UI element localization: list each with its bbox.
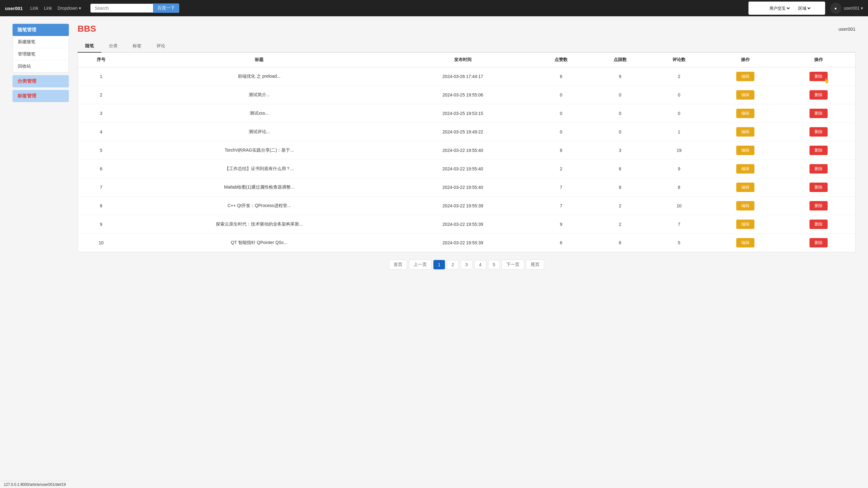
table-row: 9 探索云原生时代：技术驱动的业务架构革新... 2024-03-22 19:5…: [78, 215, 855, 234]
cell-edit: 编辑: [709, 67, 782, 86]
delete-button[interactable]: 删除: [809, 238, 828, 248]
cell-likes: 9: [532, 215, 591, 234]
navbar-link-2[interactable]: Link: [44, 6, 52, 11]
cell-id: 3: [78, 104, 125, 123]
cell-edit: 编辑: [709, 215, 782, 234]
navbar-dropdown[interactable]: Dropdown ▾: [58, 6, 81, 11]
cell-comments: 8: [650, 178, 709, 197]
tabs: 随笔 分类 标签 评论: [78, 40, 856, 53]
toolbar-group: 选项 ▷ 用户交互 | 区域 暂停 F7: [748, 2, 825, 15]
cell-dislikes: 3: [591, 141, 650, 160]
cell-id: 9: [78, 215, 125, 234]
cell-comments: 5: [650, 234, 709, 252]
table-header-row: 序号 标题 发布时间 点赞数 点踩数 评论数 操作 操作: [78, 53, 855, 67]
pagination-page-3[interactable]: 3: [461, 260, 472, 269]
delete-button[interactable]: 删除: [809, 164, 828, 174]
edit-button[interactable]: 编辑: [736, 164, 754, 174]
edit-button[interactable]: 编辑: [736, 72, 754, 81]
pagination-page-4[interactable]: 4: [474, 260, 486, 269]
cell-title: 测试简介...: [125, 86, 394, 104]
table-row: 10 QT 智能指针 QPointer QSc... 2024-03-22 19…: [78, 234, 855, 252]
cell-comments: 9: [650, 160, 709, 178]
search-button[interactable]: 百度一下: [153, 3, 179, 13]
delete-button[interactable]: 删除: [809, 182, 828, 192]
table-row: 6 【工作总结】证书到底有什么用？... 2024-03-22 19:55:40…: [78, 160, 855, 178]
toolbar-interaction-select[interactable]: 用户交互: [768, 6, 791, 11]
cell-comments: 1: [650, 123, 709, 141]
pagination-next[interactable]: 下一页: [502, 260, 524, 270]
toolbar-divider: |: [793, 6, 795, 11]
edit-button[interactable]: 编辑: [736, 182, 754, 192]
cell-dislikes: 9: [591, 67, 650, 86]
cell-likes: 0: [532, 86, 591, 104]
pagination-first[interactable]: 首页: [389, 260, 407, 270]
toolbar-area-select[interactable]: 区域: [797, 6, 811, 11]
sidebar-tag-management[interactable]: 标签管理: [12, 90, 69, 102]
sidebar-item-new-note[interactable]: 新建随笔: [13, 36, 68, 48]
delete-button[interactable]: 删除: [809, 127, 828, 137]
sidebar-item-manage-notes[interactable]: 管理随笔: [13, 48, 68, 60]
cell-date: 2024-03-26 17:44:17: [394, 67, 532, 86]
edit-button[interactable]: 编辑: [736, 220, 754, 229]
cell-delete: 删除: [782, 178, 855, 197]
cell-likes: 6: [532, 234, 591, 252]
delete-button[interactable]: 删除: [809, 90, 828, 99]
tab-pinglun[interactable]: 评论: [149, 40, 173, 53]
cell-comments: 0: [650, 104, 709, 123]
cell-title: C++ Qt开发：QProcess进程管...: [125, 197, 394, 215]
table-row: 8 C++ Qt开发：QProcess进程管... 2024-03-22 19:…: [78, 197, 855, 215]
cell-date: 2024-03-22 19:55:40: [394, 160, 532, 178]
cell-id: 1: [78, 67, 125, 86]
delete-button[interactable]: 删除: [809, 72, 828, 81]
cell-id: 7: [78, 178, 125, 197]
search-box: 百度一下: [90, 3, 179, 13]
user-menu[interactable]: user001 ▾: [844, 6, 863, 11]
pagination-page-5[interactable]: 5: [488, 260, 500, 269]
cell-likes: 7: [532, 178, 591, 197]
cell-delete: 删除: [782, 215, 855, 234]
table-row: 7 Matlab绘图(1)通过属性检查器调整... 2024-03-22 19:…: [78, 178, 855, 197]
navbar-link-1[interactable]: Link: [30, 6, 38, 11]
cell-delete: 删除: [782, 104, 855, 123]
col-id: 序号: [78, 53, 125, 67]
sidebar-header-notes[interactable]: 随笔管理: [12, 24, 69, 36]
delete-button[interactable]: 删除: [809, 220, 828, 229]
search-input[interactable]: [90, 4, 153, 12]
cell-likes: 0: [532, 104, 591, 123]
edit-button[interactable]: 编辑: [736, 127, 754, 137]
navbar-right: 选项 ▷ 用户交互 | 区域 暂停 F7 ● user001 ▾: [748, 2, 863, 15]
edit-button[interactable]: 编辑: [736, 146, 754, 155]
cell-date: 2024-03-22 19:55:40: [394, 141, 532, 160]
avatar[interactable]: ●: [830, 2, 841, 14]
sidebar-items-notes: 新建随笔 管理随笔 回收站: [12, 36, 69, 73]
delete-button[interactable]: 删除: [809, 201, 828, 210]
status-bar: 127.0.0.1:8000/article/user001/del/19: [0, 481, 69, 488]
table-row: 3 测试xss... 2024-03-25 19:53:15 0 0 0 编辑 …: [78, 104, 855, 123]
edit-button[interactable]: 编辑: [736, 201, 754, 210]
delete-button[interactable]: 删除: [809, 146, 828, 155]
pagination-page-2[interactable]: 2: [447, 260, 459, 269]
cell-dislikes: 6: [591, 234, 650, 252]
toolbar-pause-label: 暂停 F7: [814, 3, 823, 13]
pagination-last[interactable]: 尾页: [526, 260, 544, 270]
edit-button[interactable]: 编辑: [736, 90, 754, 99]
cell-edit: 编辑: [709, 104, 782, 123]
edit-button[interactable]: 编辑: [736, 109, 754, 118]
cell-dislikes: 2: [591, 197, 650, 215]
tab-suibi[interactable]: 随笔: [78, 40, 101, 53]
tab-biaoqian[interactable]: 标签: [125, 40, 149, 53]
table-wrapper: 序号 标题 发布时间 点赞数 点踩数 评论数 操作 操作 1 前端优化 之 pr…: [78, 53, 856, 252]
cell-date: 2024-03-22 19:55:40: [394, 178, 532, 197]
delete-button[interactable]: 删除: [809, 109, 828, 118]
sidebar-section-notes: 随笔管理 新建随笔 管理随笔 回收站: [12, 24, 69, 73]
tab-fenlei[interactable]: 分类: [101, 40, 125, 53]
navbar-brand[interactable]: user001: [5, 6, 23, 11]
pagination-prev[interactable]: 上一页: [409, 260, 432, 270]
pagination-page-1[interactable]: 1: [433, 260, 445, 269]
cell-comments: 7: [650, 215, 709, 234]
sidebar-category-management[interactable]: 分类管理: [12, 75, 69, 87]
page-header: BBS user001: [78, 24, 856, 34]
edit-button[interactable]: 编辑: [736, 238, 754, 248]
sidebar-item-recycle[interactable]: 回收站: [13, 60, 68, 73]
cell-id: 5: [78, 141, 125, 160]
